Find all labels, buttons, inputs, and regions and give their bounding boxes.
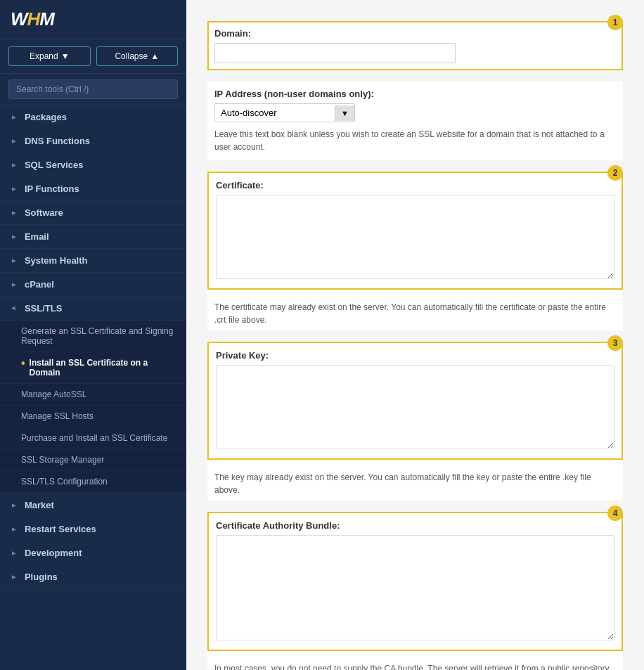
subitem-label: Manage AutoSSL [21, 389, 86, 399]
sidebar-item-ssl-tls[interactable]: ▼ SSL/TLS [0, 297, 186, 321]
chevron-icon: ► [11, 257, 18, 264]
collapse-label: Collapse [115, 51, 148, 61]
sidebar-item-label: Packages [25, 112, 67, 122]
ip-section: IP Address (non-user domains only): Auto… [207, 82, 623, 160]
sidebar-item-label: Email [25, 231, 49, 242]
ca-bundle-label: Certificate Authority Bundle: [216, 520, 614, 531]
sidebar-item-label: SSL/TLS [25, 303, 62, 314]
sidebar-item-label: IP Functions [25, 183, 79, 194]
sidebar-subitem-install-ssl[interactable]: • Install an SSL Certificate on a Domain [0, 352, 186, 384]
ca-bundle-description: In most cases, you do not need to supply… [214, 662, 616, 670]
sidebar-item-market[interactable]: ► Market [0, 494, 186, 517]
chevron-icon: ► [11, 573, 18, 581]
logo: WHM [11, 8, 54, 30]
sidebar-item-software[interactable]: ► Software [0, 201, 186, 225]
sidebar-item-packages[interactable]: ► Packages [0, 105, 186, 129]
sidebar-subitem-purchase-ssl[interactable]: Purchase and Install an SSL Certificate [0, 427, 186, 449]
certificate-description: The certificate may already exist on the… [214, 301, 616, 326]
sidebar-item-label: Market [25, 500, 54, 510]
sidebar-item-cpanel[interactable]: ► cPanel [0, 273, 186, 297]
chevron-down-icon: ▼ [10, 305, 18, 312]
private-key-bordered: 3 Private Key: [207, 342, 623, 460]
step-badge-3: 3 [607, 335, 623, 351]
sidebar-item-restart-services[interactable]: ► Restart Services [0, 517, 186, 541]
chevron-icon: ► [11, 137, 18, 145]
sidebar-item-label: Development [25, 548, 82, 558]
certificate-bordered: 2 Certificate: [207, 172, 623, 290]
main-content: 1 Domain: IP Address (non-user domains o… [186, 0, 644, 670]
subitem-label: Generate an SSL Certificate and Signing … [21, 326, 176, 346]
private-key-textarea[interactable] [216, 365, 614, 449]
sidebar-buttons: Expand ▼ Collapse ▲ [0, 39, 186, 74]
sidebar-item-label: Restart Services [25, 524, 96, 534]
private-key-description: The key may already exist on the server.… [214, 471, 616, 496]
ip-description: Leave this text box blank unless you wis… [214, 128, 616, 153]
sidebar-item-label: cPanel [25, 279, 54, 290]
sidebar-subitem-manage-autossl[interactable]: Manage AutoSSL [0, 384, 186, 406]
certificate-label: Certificate: [216, 180, 614, 191]
ca-bundle-bordered: 4 Certificate Authority Bundle: [207, 512, 623, 651]
collapse-button[interactable]: Collapse ▲ [96, 46, 179, 66]
collapse-icon: ▲ [150, 51, 159, 61]
sidebar-item-label: Plugins [25, 572, 58, 582]
expand-button[interactable]: Expand ▼ [8, 46, 91, 66]
select-arrow-icon: ▼ [335, 105, 354, 121]
sidebar-item-label: DNS Functions [25, 136, 90, 146]
chevron-icon: ► [11, 185, 18, 193]
sidebar: WHM Expand ▼ Collapse ▲ ► Packages ► DNS… [0, 0, 186, 670]
chevron-icon: ► [11, 233, 18, 240]
sidebar-item-ip-functions[interactable]: ► IP Functions [0, 177, 186, 201]
domain-input[interactable] [214, 43, 456, 63]
active-bullet: • [21, 358, 25, 369]
sidebar-subitem-manage-ssl-hosts[interactable]: Manage SSL Hosts [0, 406, 186, 427]
ip-select[interactable]: Auto-discover [215, 104, 335, 122]
search-input[interactable] [8, 79, 178, 99]
chevron-icon: ► [11, 209, 18, 217]
sidebar-subitem-ssl-storage[interactable]: SSL Storage Manager [0, 449, 186, 471]
domain-label: Domain: [214, 28, 616, 39]
chevron-icon: ► [11, 525, 18, 533]
sidebar-item-email[interactable]: ► Email [0, 225, 186, 249]
sidebar-subitem-ssl-config[interactable]: SSL/TLS Configuration [0, 471, 186, 493]
sidebar-item-development[interactable]: ► Development [0, 541, 186, 565]
ca-bundle-textarea[interactable] [216, 535, 614, 640]
sidebar-item-sql-services[interactable]: ► SQL Services [0, 153, 186, 177]
domain-section: 1 Domain: [207, 21, 623, 70]
chevron-icon: ► [11, 161, 18, 169]
sidebar-item-plugins[interactable]: ► Plugins [0, 565, 186, 589]
subitem-label: Purchase and Install an SSL Certificate [21, 433, 167, 443]
private-key-section: 3 Private Key: The key may already exist… [207, 342, 623, 501]
domain-bordered: 1 Domain: [207, 21, 623, 70]
subitem-label: SSL/TLS Configuration [21, 477, 108, 487]
search-area [0, 74, 186, 105]
form-wrapper: 1 Domain: IP Address (non-user domains o… [200, 14, 630, 670]
expand-icon: ▼ [61, 51, 70, 61]
chevron-icon: ► [11, 501, 18, 509]
ssl-subitems: Generate an SSL Certificate and Signing … [0, 321, 186, 494]
certificate-textarea[interactable] [216, 195, 614, 279]
ip-label: IP Address (non-user domains only): [214, 89, 616, 99]
ip-select-wrapper: Auto-discover ▼ [214, 103, 355, 122]
sidebar-item-label: SQL Services [25, 160, 84, 170]
private-key-label: Private Key: [216, 350, 614, 361]
sidebar-item-label: System Health [25, 255, 88, 266]
ca-bundle-section: 4 Certificate Authority Bundle: In most … [207, 512, 623, 670]
sidebar-item-label: Software [25, 207, 63, 218]
chevron-icon: ► [11, 549, 18, 557]
expand-label: Expand [30, 51, 58, 61]
step-badge-1: 1 [607, 15, 623, 30]
chevron-icon: ► [11, 113, 18, 121]
sidebar-item-dns-functions[interactable]: ► DNS Functions [0, 129, 186, 153]
step-badge-4: 4 [607, 505, 623, 521]
certificate-section: 2 Certificate: The certificate may alrea… [207, 172, 623, 330]
subitem-label: Manage SSL Hosts [21, 411, 94, 421]
subitem-label: Install an SSL Certificate on a Domain [30, 358, 176, 378]
logo-area: WHM [0, 0, 186, 39]
sidebar-subitem-generate-ssl[interactable]: Generate an SSL Certificate and Signing … [0, 321, 186, 352]
chevron-icon: ► [11, 281, 18, 288]
step-badge-2: 2 [607, 165, 623, 181]
sidebar-item-system-health[interactable]: ► System Health [0, 249, 186, 273]
subitem-label: SSL Storage Manager [21, 455, 104, 465]
